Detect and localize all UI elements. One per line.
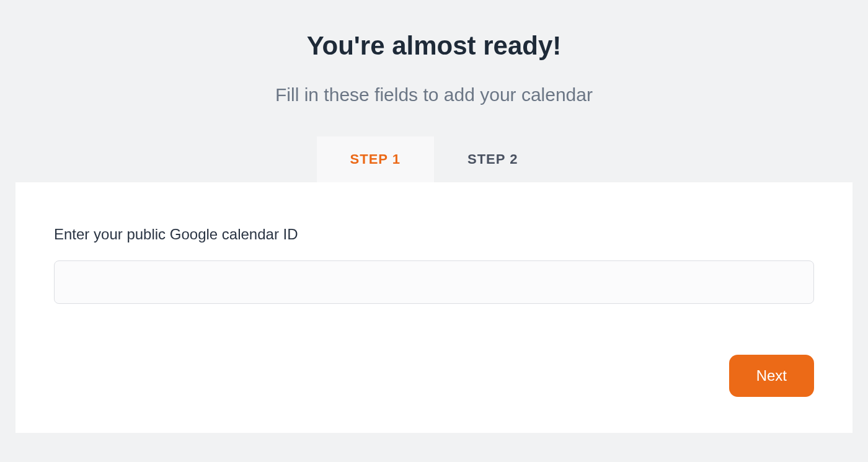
step-tabs: STEP 1 STEP 2 — [317, 136, 552, 182]
calendar-id-input[interactable] — [54, 260, 814, 304]
page-subtitle: Fill in these fields to add your calenda… — [0, 84, 868, 105]
page-title: You're almost ready! — [0, 31, 868, 61]
setup-wizard: You're almost ready! Fill in these field… — [0, 0, 868, 433]
form-panel: Enter your public Google calendar ID Nex… — [16, 182, 852, 433]
tab-step-1[interactable]: STEP 1 — [317, 136, 434, 182]
button-row: Next — [54, 355, 814, 397]
tab-step-2[interactable]: STEP 2 — [434, 136, 551, 182]
next-button[interactable]: Next — [729, 355, 814, 397]
calendar-id-label: Enter your public Google calendar ID — [54, 226, 814, 243]
